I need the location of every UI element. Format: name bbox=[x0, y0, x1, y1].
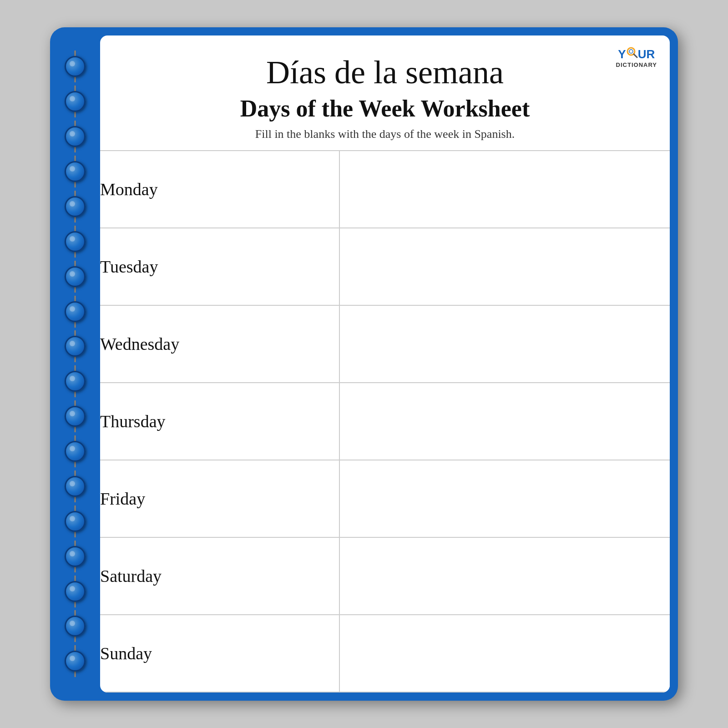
day-spanish-answer[interactable] bbox=[339, 305, 670, 383]
day-english-label: Sunday bbox=[100, 615, 339, 692]
title-english: Days of the Week Worksheet bbox=[118, 95, 652, 122]
day-spanish-answer[interactable] bbox=[339, 228, 670, 305]
day-english-label: Saturday bbox=[100, 537, 339, 615]
spiral-coil bbox=[59, 300, 91, 324]
table-row: Wednesday bbox=[100, 305, 670, 383]
day-english-label: Wednesday bbox=[100, 305, 339, 383]
spiral-coil bbox=[59, 125, 91, 148]
table-row: Thursday bbox=[100, 383, 670, 460]
spiral-coil bbox=[59, 160, 91, 183]
page-header: Y UR DICTIONARY Días de la semana Days o… bbox=[100, 35, 670, 150]
spiral-binding bbox=[50, 35, 100, 693]
spiral-coil bbox=[59, 369, 91, 393]
spiral-coil bbox=[59, 510, 91, 533]
spiral-coil bbox=[59, 334, 91, 358]
notebook: Y UR DICTIONARY Días de la semana Days o… bbox=[50, 27, 678, 701]
worksheet-table: MondayTuesdayWednesdayThursdayFridaySatu… bbox=[100, 150, 670, 693]
spiral-coil bbox=[59, 90, 91, 113]
worksheet-page: Y UR DICTIONARY Días de la semana Days o… bbox=[100, 35, 670, 693]
day-spanish-answer[interactable] bbox=[339, 383, 670, 460]
table-row: Monday bbox=[100, 151, 670, 228]
day-spanish-answer[interactable] bbox=[339, 151, 670, 228]
table-row: Tuesday bbox=[100, 228, 670, 305]
spiral-coil bbox=[59, 475, 91, 498]
logo-dictionary-label: DICTIONARY bbox=[616, 61, 657, 69]
day-spanish-answer[interactable] bbox=[339, 537, 670, 615]
spiral-coil bbox=[59, 55, 91, 78]
spiral-coil bbox=[59, 649, 91, 673]
spiral-coil bbox=[59, 195, 91, 218]
yourdictionary-logo: Y UR DICTIONARY bbox=[616, 46, 657, 69]
subtitle: Fill in the blanks with the days of the … bbox=[118, 127, 652, 141]
logo-ur-text: UR bbox=[638, 47, 655, 61]
spiral-coil bbox=[59, 545, 91, 568]
table-row: Saturday bbox=[100, 537, 670, 615]
table-row: Friday bbox=[100, 460, 670, 537]
spiral-coil bbox=[59, 265, 91, 288]
logo-o-magnifier bbox=[626, 46, 638, 58]
spiral-coil bbox=[59, 580, 91, 603]
spiral-coil bbox=[59, 230, 91, 253]
table-row: Sunday bbox=[100, 615, 670, 692]
svg-line-2 bbox=[634, 54, 637, 57]
logo-y-text: Y bbox=[618, 47, 626, 61]
day-spanish-answer[interactable] bbox=[339, 460, 670, 537]
day-spanish-answer[interactable] bbox=[339, 615, 670, 692]
day-english-label: Monday bbox=[100, 151, 339, 228]
day-english-label: Friday bbox=[100, 460, 339, 537]
svg-point-1 bbox=[629, 50, 633, 53]
day-english-label: Tuesday bbox=[100, 228, 339, 305]
spiral-coil bbox=[59, 614, 91, 638]
spiral-coil bbox=[59, 404, 91, 428]
day-english-label: Thursday bbox=[100, 383, 339, 460]
title-spanish: Días de la semana bbox=[118, 54, 652, 91]
spiral-coil bbox=[59, 440, 91, 463]
